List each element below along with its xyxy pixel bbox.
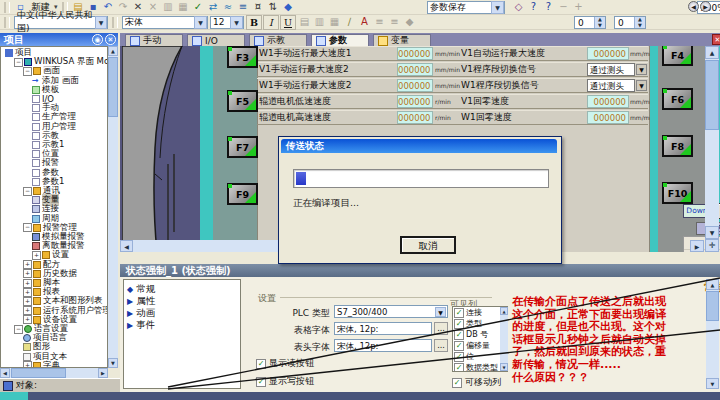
compile-icon[interactable]: ◇ (512, 1, 525, 13)
bold-button[interactable]: B (246, 15, 262, 30)
scroll-down-icon[interactable]: ▼ (500, 363, 508, 371)
font-combobox[interactable]: 宋体 ▼ (122, 16, 208, 29)
sync-icon[interactable]: ⇄ (207, 1, 220, 13)
spinner-arrows-icon[interactable]: ▲▼ (634, 17, 645, 28)
scroll-right-icon[interactable]: ▶ (690, 240, 704, 252)
x-position-spinner[interactable]: 0 ▲▼ (574, 16, 606, 29)
tab-I/O[interactable]: I/O (187, 34, 245, 46)
collapse-icon[interactable]: − (23, 223, 32, 232)
combobox-arrow-icon[interactable]: ▼ (194, 16, 207, 29)
props-nav-动画[interactable]: ▶动画 (127, 307, 155, 319)
link-icon[interactable]: ≈ (222, 1, 235, 13)
undo-icon[interactable]: ↶ (102, 1, 115, 13)
param-dropdown[interactable]: 通过测头 (587, 79, 635, 92)
scroll-thumb[interactable] (705, 60, 719, 130)
tab-scroll-right-icon[interactable]: ▶ (700, 1, 711, 12)
expand-icon[interactable]: + (23, 279, 32, 288)
fkey-F10-button[interactable]: F10 (662, 182, 693, 204)
table-font-field[interactable]: 宋体, 12p: (334, 322, 432, 335)
fkey-F3-button[interactable]: F3 (227, 46, 258, 68)
expand-icon[interactable]: + (23, 361, 32, 368)
param-value-field[interactable]: 000000 (397, 111, 433, 124)
editor-horizontal-scrollbar[interactable] (133, 240, 278, 252)
param-value-field[interactable]: 000000 (587, 47, 629, 60)
tab-变量[interactable]: 变量 (373, 34, 431, 46)
y-position-spinner[interactable]: 0 ▲▼ (614, 16, 646, 29)
column-checkbox-DB 号[interactable]: ✓DB 号 (454, 329, 488, 340)
fkey-F9-button[interactable]: F9 (227, 183, 258, 205)
pan-icon[interactable]: ✛ (705, 239, 719, 252)
dialog-titlebar[interactable]: 传送状态 (281, 139, 557, 153)
props-nav-属性[interactable]: ▶属性 (127, 295, 155, 307)
italic-button[interactable]: I (263, 15, 279, 30)
dropdown-arrow-icon[interactable]: ▼ (636, 80, 647, 91)
check-icon[interactable]: ✓ (192, 1, 205, 13)
scroll-right-icon[interactable]: ▶ (98, 368, 108, 378)
editor-vertical-scrollbar[interactable]: ▲ ▼ ✛ (705, 46, 719, 252)
props-nav-事件[interactable]: ▶事件 (127, 319, 155, 331)
tab-scroll-left-icon[interactable]: ◀ (688, 1, 699, 12)
param-value-field[interactable]: 000000 (397, 79, 433, 92)
tree-vertical-scrollbar[interactable]: ▲ ▼ (108, 46, 118, 368)
properties-titlebar[interactable]: 状态强制_1 (状态强制) (120, 264, 720, 277)
font-size-combobox[interactable]: 12 ▼ (210, 16, 244, 29)
spinner-arrows-icon[interactable]: ▲▼ (594, 17, 605, 28)
fkey-F8-button[interactable]: F8 (662, 135, 693, 157)
column-checkbox-位[interactable]: ✓位 (454, 351, 474, 362)
help2-icon[interactable]: ? (542, 1, 555, 13)
columns-scrollbar[interactable]: ▲ ▼ (500, 307, 508, 371)
properties-scrollbar[interactable]: ▲ ▼ (706, 279, 719, 389)
column-checkbox-偏移量[interactable]: ✓偏移量 (454, 340, 490, 351)
language-combobox[interactable]: 中文(中华人民共和国) ▼ (14, 16, 108, 29)
tab-手动[interactable]: 手动 (125, 34, 183, 46)
pin-button[interactable]: ◉ (92, 34, 103, 45)
scroll-up-icon[interactable]: ▲ (108, 46, 118, 56)
collapse-icon[interactable]: − (14, 325, 23, 334)
tree-horizontal-scrollbar[interactable]: ◀ ▶ (0, 368, 108, 378)
scroll-down-icon[interactable]: ▼ (706, 378, 719, 389)
param-value-field[interactable]: 000000 (397, 47, 433, 60)
toolbar-grip[interactable] (4, 17, 10, 28)
tab-示教[interactable]: 示教 (249, 34, 307, 46)
action-combobox[interactable]: 参数保存 ▼ (427, 1, 505, 14)
scroll-up-icon[interactable]: ▲ (706, 279, 719, 290)
expand-icon[interactable]: + (32, 251, 41, 260)
header-font-browse-button[interactable]: ... (434, 339, 448, 352)
tab-close-icon[interactable]: ✕ (712, 34, 720, 45)
header-font-field[interactable]: 宋体, 12p: (334, 339, 432, 352)
cancel-button[interactable]: 取消 (400, 236, 456, 254)
collapse-icon[interactable]: − (23, 187, 32, 196)
combobox-arrow-icon[interactable]: ▼ (491, 1, 504, 14)
scroll-left-icon[interactable]: ◀ (120, 240, 133, 252)
scroll-down-icon[interactable]: ▼ (108, 358, 118, 368)
underline-button[interactable]: U (280, 15, 296, 30)
column-checkbox-类型[interactable]: ✓类型 (454, 318, 482, 329)
fkey-F4-button[interactable]: F4 (662, 46, 693, 66)
font-color-icon[interactable]: A (358, 16, 371, 28)
movable-columns-checkbox[interactable]: ✓ 可移动列 (452, 376, 501, 389)
dropdown-arrow-icon[interactable]: ▼ (636, 64, 647, 75)
props-nav-常规[interactable]: ◆常规 (127, 283, 155, 295)
expand-icon[interactable]: + (23, 315, 32, 324)
replace-icon[interactable]: ⇅ (267, 1, 280, 13)
expand-icon[interactable]: + (23, 260, 32, 269)
scroll-thumb[interactable] (706, 291, 719, 321)
scroll-down-icon[interactable]: ▼ (705, 226, 719, 239)
tab-参数[interactable]: 参数 (311, 34, 369, 46)
fkey-F6-button[interactable]: F6 (662, 88, 693, 110)
help-icon[interactable]: ? (527, 1, 540, 13)
column-checkbox-连接[interactable]: ✓连接 (454, 307, 482, 318)
plc-type-combobox[interactable]: S7_300/400 ▼ (334, 305, 448, 318)
close-panel-button[interactable]: ✕ (105, 34, 116, 45)
delete-icon[interactable]: ✕ (132, 1, 145, 13)
param-dropdown[interactable]: 通过测头 (587, 63, 635, 76)
fkey-F5-button[interactable]: F5 (227, 90, 258, 112)
param-value-field[interactable]: 000000 (397, 95, 433, 108)
param-value-field[interactable]: 000000 (587, 95, 629, 108)
combobox-arrow-icon[interactable]: ▼ (95, 16, 107, 29)
toolbar-grip[interactable] (4, 2, 10, 13)
scroll-left-icon[interactable]: ◀ (0, 368, 10, 378)
expand-icon[interactable]: + (23, 269, 32, 278)
param-value-field[interactable]: 000000 (397, 63, 433, 76)
fkey-F7-button[interactable]: F7 (227, 136, 258, 158)
